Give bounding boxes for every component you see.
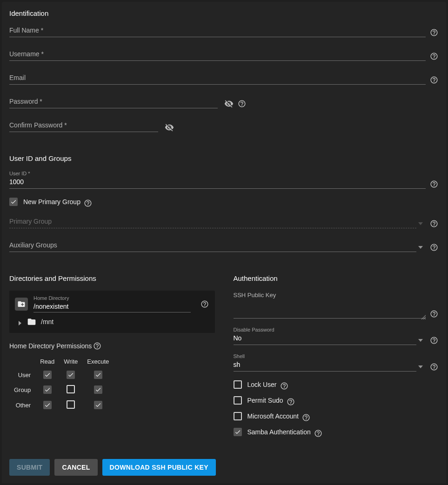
submit-button[interactable]: SUBMIT [9,459,50,476]
permit-sudo-label: Permit Sudo [247,397,283,404]
permissions-table: Read Write Execute User Group [9,355,215,413]
folder-icon [27,317,36,326]
password-label: Password * [9,97,218,106]
microsoft-account-label: Microsoft Account [247,412,299,420]
visibility-off-icon[interactable] [165,123,174,132]
shell-value: sh [234,360,417,369]
help-icon[interactable] [301,413,311,422]
new-primary-group-label: New Primary Group [23,198,80,206]
perm-row-group: Group [9,382,114,398]
primary-group-select: Primary Group [9,217,416,228]
help-icon[interactable] [429,28,439,37]
userid-groups-title: User ID and Groups [9,154,439,162]
chevron-down-icon[interactable] [418,244,426,251]
confirm-password-label: Confirm Password * [9,120,158,130]
home-dir-permissions-label: Home Directory Permissions [9,342,92,350]
perm-header-execute: Execute [82,355,114,368]
microsoft-account-checkbox[interactable] [234,412,242,420]
permit-sudo-checkbox[interactable] [234,396,242,405]
new-primary-group-checkbox[interactable] [9,198,18,206]
email-label: Email [9,73,426,82]
ssh-key-textarea[interactable] [234,303,426,319]
perm-user-read[interactable] [43,371,52,379]
full-name-label: Full Name * [9,26,426,35]
directories-title: Directories and Permissions [9,274,215,282]
ssh-key-label: SSH Public Key [234,291,439,300]
full-name-field[interactable]: Full Name * [9,26,426,37]
help-icon[interactable] [200,299,209,309]
footer-actions: SUBMIT CANCEL DOWNLOAD SSH PUBLIC KEY [2,452,446,483]
chevron-down-icon[interactable] [418,337,426,344]
disable-password-value: No [234,333,417,343]
username-field[interactable]: Username * [9,49,426,61]
perm-user-write[interactable] [67,371,75,379]
perm-other-write[interactable] [67,400,75,409]
username-label: Username * [9,49,426,59]
perm-header-read: Read [35,355,59,368]
help-icon[interactable] [237,99,247,108]
disable-password-label: Disable Password [234,327,417,332]
help-icon[interactable] [429,362,439,372]
samba-auth-checkbox[interactable] [234,428,242,436]
help-icon[interactable] [429,336,439,345]
samba-auth-label: Samba Authentication [247,428,311,436]
user-id-label: User ID * [9,171,426,176]
cancel-button[interactable]: CANCEL [54,459,97,476]
home-directory-label: Home Directory [33,295,191,301]
help-icon[interactable] [429,309,439,319]
perm-other-execute[interactable] [94,401,102,409]
help-icon[interactable] [93,341,102,351]
perm-group-write[interactable] [67,385,75,393]
resize-handle-icon[interactable] [421,313,426,318]
shell-select[interactable]: Shell sh [234,353,417,372]
disable-password-select[interactable]: Disable Password No [234,327,417,345]
email-field[interactable]: Email [9,73,426,85]
user-form-card: Identification Full Name * Username * Em… [2,2,446,483]
help-icon[interactable] [280,381,289,391]
lock-user-label: Lock User [247,381,277,388]
password-field[interactable]: Password * [9,97,218,108]
help-icon[interactable] [83,199,93,208]
download-ssh-key-button[interactable]: DOWNLOAD SSH PUBLIC KEY [102,459,216,476]
visibility-off-icon[interactable] [224,99,234,108]
perm-other-read[interactable] [43,401,52,409]
perm-group-read[interactable] [43,385,52,394]
primary-group-label: Primary Group [9,217,416,226]
help-icon[interactable] [429,243,439,252]
user-id-field[interactable]: User ID * 1000 [9,171,426,189]
auxiliary-groups-select[interactable]: Auxiliary Groups [9,240,416,252]
chevron-down-icon [418,220,426,227]
shell-label: Shell [234,353,417,359]
help-icon[interactable] [429,52,439,61]
tree-item-label: /mnt [41,318,53,326]
perm-header-write: Write [59,355,82,368]
help-icon[interactable] [314,429,323,438]
home-directory-explorer: Home Directory /nonexistent /mnt [9,291,215,333]
perm-row-other: Other [9,398,114,413]
home-directory-value: /nonexistent [33,302,191,311]
help-icon[interactable] [286,397,295,406]
perm-user-execute[interactable] [94,371,102,379]
identification-title: Identification [9,9,439,17]
chevron-down-icon[interactable] [418,363,426,371]
confirm-password-field[interactable]: Confirm Password * [9,120,158,132]
help-icon[interactable] [429,75,439,85]
perm-group-execute[interactable] [94,385,102,394]
triangle-right-icon[interactable] [18,319,22,324]
auxiliary-groups-label: Auxiliary Groups [9,240,416,250]
authentication-title: Authentication [234,274,439,282]
perm-row-user: User [9,368,114,382]
home-directory-field[interactable]: Home Directory /nonexistent [33,295,191,312]
lock-user-checkbox[interactable] [234,380,242,389]
tree-item[interactable]: /mnt [15,312,209,328]
user-id-value: 1000 [9,177,426,186]
create-folder-icon[interactable] [15,298,28,311]
help-icon[interactable] [429,219,439,228]
help-icon[interactable] [429,179,439,189]
